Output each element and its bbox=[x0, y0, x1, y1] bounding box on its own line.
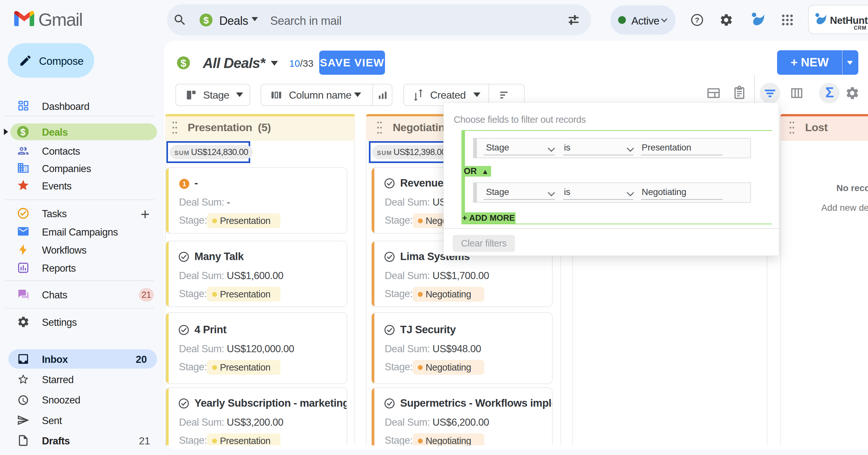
svg-text:?: ? bbox=[695, 16, 700, 24]
